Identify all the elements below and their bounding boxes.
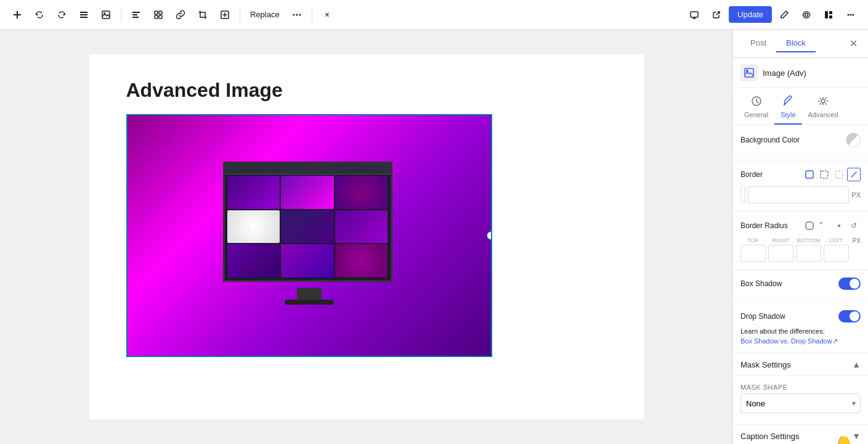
replace-button[interactable]: Replace	[245, 5, 285, 25]
radius-top-group: TOP	[740, 237, 766, 262]
border-radius-all[interactable]	[803, 219, 816, 232]
monitor-base	[285, 300, 334, 305]
border-radius-type-icons: ↺	[803, 219, 861, 232]
svg-rect-7	[132, 12, 140, 13]
caption-settings-chevron: ▼	[852, 431, 861, 441]
border-icon-solid[interactable]	[803, 168, 816, 181]
redo-button[interactable]	[52, 5, 71, 25]
block-icon	[740, 64, 758, 81]
right-sidebar: Post Block ✕ Image (Adv) General	[732, 30, 868, 444]
border-radius-reset[interactable]: ↺	[847, 219, 861, 232]
layout-icon[interactable]	[819, 5, 838, 25]
box-shadow-section: Box Shadow	[733, 270, 868, 303]
edit-icon[interactable]	[774, 5, 794, 25]
drop-shadow-toggle[interactable]	[838, 310, 861, 323]
special-button[interactable]	[215, 5, 235, 25]
svg-point-17	[299, 14, 301, 15]
box-shadow-row: Box Shadow	[740, 278, 861, 290]
sub-tab-advanced[interactable]: Advanced	[802, 91, 845, 125]
svg-rect-19	[825, 11, 828, 18]
caption-settings-title: Caption Settings	[740, 432, 799, 441]
radius-bottom-group: BOTTOM	[796, 237, 821, 262]
monitor-stand	[297, 288, 322, 300]
svg-point-28	[821, 99, 825, 103]
sub-tab-style[interactable]: Style	[774, 91, 801, 125]
tab-post[interactable]: Post	[740, 35, 776, 52]
image-button[interactable]	[96, 5, 116, 25]
svg-rect-18	[691, 12, 698, 17]
radius-right-group: RIGHT	[768, 237, 793, 262]
grid-cell-1	[227, 176, 280, 209]
svg-rect-1	[17, 11, 18, 18]
mask-shape-select-wrapper: None Circle Triangle Diamond Hexagon	[740, 393, 861, 413]
radius-right-input[interactable]	[768, 245, 793, 262]
background-color-swatch[interactable]	[846, 133, 861, 147]
mask-settings-body: MASK SHAPE None Circle Triangle Diamond …	[733, 376, 868, 425]
box-shadow-toggle[interactable]	[838, 278, 861, 290]
mask-settings-header[interactable]: Mask Settings ▲	[733, 353, 868, 376]
undo-button[interactable]	[30, 5, 49, 25]
external-link-icon[interactable]	[707, 5, 726, 25]
settings-icon[interactable]	[797, 5, 816, 25]
add-block-button[interactable]	[7, 5, 27, 25]
svg-rect-30	[821, 171, 828, 178]
border-icon-dashed[interactable]	[817, 168, 831, 181]
monitor-screen	[223, 162, 392, 282]
grid-cell-6	[335, 210, 388, 244]
svg-rect-31	[835, 171, 843, 178]
block-button[interactable]	[148, 5, 168, 25]
advanced-icon	[817, 96, 829, 109]
list-view-button[interactable]	[74, 5, 94, 25]
svg-rect-4	[80, 17, 87, 18]
svg-rect-11	[159, 11, 162, 14]
svg-point-16	[296, 14, 298, 15]
shadow-link[interactable]: Box Shadow vs. Drop Shadow↗	[740, 337, 838, 345]
svg-rect-3	[80, 14, 87, 15]
border-icon-dotted[interactable]	[832, 168, 846, 181]
overflow-icon[interactable]	[841, 5, 861, 25]
grid-cell-5	[281, 210, 334, 244]
grid-cell-2	[281, 176, 334, 209]
border-color-box[interactable]	[740, 186, 745, 204]
top-toolbar: Replace Update	[0, 0, 868, 30]
preview-icon[interactable]	[684, 5, 704, 25]
align-button[interactable]	[126, 5, 146, 25]
border-radius-individual[interactable]	[817, 219, 831, 232]
border-radius-row-header: Border Radius ↺	[740, 219, 861, 232]
tab-block[interactable]: Block	[776, 35, 816, 52]
style-icon	[782, 96, 793, 109]
drop-shadow-label: Drop Shadow	[740, 312, 785, 321]
more-options-button[interactable]	[287, 5, 307, 25]
sub-tab-general-label: General	[744, 111, 768, 118]
page-title: Advanced Image	[126, 79, 607, 102]
svg-rect-8	[132, 14, 137, 15]
drop-shadow-row: Drop Shadow	[740, 310, 861, 323]
collapse-button[interactable]	[317, 5, 337, 25]
radius-left-input[interactable]	[824, 245, 849, 262]
link-button[interactable]	[171, 5, 190, 25]
crop-button[interactable]	[193, 5, 213, 25]
radius-bottom-input[interactable]	[796, 245, 821, 262]
image-block-wrapper[interactable]	[126, 114, 492, 357]
border-section: Border	[733, 160, 868, 212]
sidebar-close-button[interactable]: ✕	[846, 36, 861, 51]
sub-tab-general[interactable]: General	[738, 91, 774, 125]
mask-settings-chevron: ▲	[852, 360, 861, 369]
border-value-input[interactable]	[748, 186, 849, 204]
border-icon-none[interactable]	[847, 168, 861, 181]
update-button[interactable]: Update	[729, 6, 772, 23]
border-radius-link[interactable]	[832, 219, 846, 232]
svg-rect-12	[155, 15, 158, 18]
background-color-label: Background Color	[740, 136, 800, 144]
image-block[interactable]	[128, 115, 491, 356]
radius-top-input[interactable]	[740, 245, 766, 262]
border-radius-section: Border Radius ↺ TOP	[733, 212, 868, 270]
radius-left-label: LEFT	[829, 237, 843, 244]
caption-settings-header[interactable]: Caption Settings ▼	[733, 425, 868, 444]
resize-handle[interactable]	[487, 231, 491, 240]
sub-tab-advanced-label: Advanced	[808, 111, 838, 118]
svg-rect-32	[806, 222, 813, 229]
shadow-learn-row: Learn about the differences: Box Shadow …	[740, 327, 861, 345]
radius-right-label: RIGHT	[772, 237, 789, 244]
mask-shape-select[interactable]: None Circle Triangle Diamond Hexagon	[740, 393, 861, 413]
